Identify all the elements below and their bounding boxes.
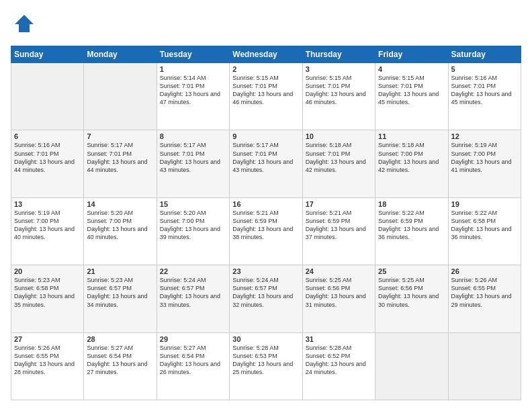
day-number: 19 bbox=[451, 200, 518, 208]
day-number: 12 bbox=[451, 132, 518, 140]
day-number: 10 bbox=[306, 132, 372, 140]
calendar-cell: 2Sunrise: 5:15 AM Sunset: 7:01 PM Daylig… bbox=[230, 63, 302, 130]
day-info: Sunrise: 5:27 AM Sunset: 6:54 PM Dayligh… bbox=[87, 344, 153, 377]
day-info: Sunrise: 5:24 AM Sunset: 6:57 PM Dayligh… bbox=[232, 276, 299, 309]
calendar-cell: 13Sunrise: 5:19 AM Sunset: 7:00 PM Dayli… bbox=[11, 197, 84, 265]
day-number: 13 bbox=[14, 200, 81, 208]
day-number: 30 bbox=[232, 335, 299, 343]
calendar-cell: 30Sunrise: 5:28 AM Sunset: 6:53 PM Dayli… bbox=[230, 332, 302, 400]
day-info: Sunrise: 5:23 AM Sunset: 6:58 PM Dayligh… bbox=[14, 276, 81, 309]
day-info: Sunrise: 5:24 AM Sunset: 6:57 PM Dayligh… bbox=[160, 276, 226, 309]
calendar-cell: 17Sunrise: 5:21 AM Sunset: 6:59 PM Dayli… bbox=[302, 197, 375, 265]
day-info: Sunrise: 5:27 AM Sunset: 6:54 PM Dayligh… bbox=[160, 344, 226, 377]
calendar-week-row: 20Sunrise: 5:23 AM Sunset: 6:58 PM Dayli… bbox=[11, 265, 521, 332]
day-number: 18 bbox=[378, 200, 445, 208]
day-info: Sunrise: 5:20 AM Sunset: 7:00 PM Dayligh… bbox=[160, 209, 226, 242]
day-info: Sunrise: 5:21 AM Sunset: 6:59 PM Dayligh… bbox=[306, 209, 372, 242]
day-number: 9 bbox=[232, 132, 299, 140]
day-number: 7 bbox=[87, 132, 153, 140]
day-info: Sunrise: 5:26 AM Sunset: 6:55 PM Dayligh… bbox=[14, 344, 81, 377]
calendar-cell: 10Sunrise: 5:18 AM Sunset: 7:01 PM Dayli… bbox=[302, 130, 375, 197]
calendar-cell: 1Sunrise: 5:14 AM Sunset: 7:01 PM Daylig… bbox=[157, 63, 229, 130]
day-number: 17 bbox=[306, 200, 372, 208]
calendar-cell: 4Sunrise: 5:15 AM Sunset: 7:01 PM Daylig… bbox=[375, 63, 448, 130]
day-info: Sunrise: 5:22 AM Sunset: 6:59 PM Dayligh… bbox=[378, 209, 445, 242]
weekday-header: Wednesday bbox=[230, 46, 302, 63]
day-info: Sunrise: 5:15 AM Sunset: 7:01 PM Dayligh… bbox=[232, 74, 299, 107]
calendar-cell bbox=[375, 332, 448, 400]
calendar-cell: 11Sunrise: 5:18 AM Sunset: 7:00 PM Dayli… bbox=[375, 130, 448, 197]
day-info: Sunrise: 5:15 AM Sunset: 7:01 PM Dayligh… bbox=[378, 74, 445, 107]
day-number: 22 bbox=[160, 267, 226, 275]
weekday-header: Thursday bbox=[302, 46, 375, 63]
day-info: Sunrise: 5:28 AM Sunset: 6:53 PM Dayligh… bbox=[232, 344, 299, 377]
calendar-week-row: 1Sunrise: 5:14 AM Sunset: 7:01 PM Daylig… bbox=[11, 63, 521, 130]
calendar-cell: 9Sunrise: 5:17 AM Sunset: 7:01 PM Daylig… bbox=[230, 130, 302, 197]
calendar-cell bbox=[84, 63, 157, 130]
calendar-cell: 3Sunrise: 5:15 AM Sunset: 7:01 PM Daylig… bbox=[302, 63, 375, 130]
calendar-cell: 18Sunrise: 5:22 AM Sunset: 6:59 PM Dayli… bbox=[375, 197, 448, 265]
day-number: 20 bbox=[14, 267, 81, 275]
day-number: 4 bbox=[378, 65, 445, 73]
day-number: 25 bbox=[378, 267, 445, 275]
day-number: 29 bbox=[160, 335, 226, 343]
calendar-cell: 29Sunrise: 5:27 AM Sunset: 6:54 PM Dayli… bbox=[157, 332, 229, 400]
day-info: Sunrise: 5:16 AM Sunset: 7:01 PM Dayligh… bbox=[14, 141, 81, 174]
calendar-cell: 12Sunrise: 5:19 AM Sunset: 7:00 PM Dayli… bbox=[448, 130, 521, 197]
calendar-cell: 20Sunrise: 5:23 AM Sunset: 6:58 PM Dayli… bbox=[11, 265, 84, 332]
logo bbox=[11, 11, 36, 39]
day-number: 5 bbox=[451, 65, 518, 73]
day-info: Sunrise: 5:17 AM Sunset: 7:01 PM Dayligh… bbox=[87, 141, 153, 174]
day-number: 11 bbox=[378, 132, 445, 140]
calendar-cell: 16Sunrise: 5:21 AM Sunset: 6:59 PM Dayli… bbox=[230, 197, 302, 265]
calendar-cell: 25Sunrise: 5:25 AM Sunset: 6:56 PM Dayli… bbox=[375, 265, 448, 332]
day-info: Sunrise: 5:17 AM Sunset: 7:01 PM Dayligh… bbox=[160, 141, 226, 174]
day-info: Sunrise: 5:26 AM Sunset: 6:55 PM Dayligh… bbox=[451, 276, 518, 309]
day-number: 27 bbox=[14, 335, 81, 343]
header bbox=[11, 11, 521, 39]
calendar-week-row: 13Sunrise: 5:19 AM Sunset: 7:00 PM Dayli… bbox=[11, 197, 521, 265]
calendar-cell: 6Sunrise: 5:16 AM Sunset: 7:01 PM Daylig… bbox=[11, 130, 84, 197]
day-number: 26 bbox=[451, 267, 518, 275]
calendar-cell: 19Sunrise: 5:22 AM Sunset: 6:58 PM Dayli… bbox=[448, 197, 521, 265]
calendar-cell: 21Sunrise: 5:23 AM Sunset: 6:57 PM Dayli… bbox=[84, 265, 157, 332]
day-info: Sunrise: 5:16 AM Sunset: 7:01 PM Dayligh… bbox=[451, 74, 518, 107]
day-info: Sunrise: 5:18 AM Sunset: 7:01 PM Dayligh… bbox=[306, 141, 372, 174]
day-info: Sunrise: 5:21 AM Sunset: 6:59 PM Dayligh… bbox=[232, 209, 299, 242]
day-info: Sunrise: 5:14 AM Sunset: 7:01 PM Dayligh… bbox=[160, 74, 226, 107]
day-info: Sunrise: 5:17 AM Sunset: 7:01 PM Dayligh… bbox=[232, 141, 299, 174]
calendar-cell: 5Sunrise: 5:16 AM Sunset: 7:01 PM Daylig… bbox=[448, 63, 521, 130]
day-number: 31 bbox=[306, 335, 372, 343]
weekday-header: Tuesday bbox=[157, 46, 229, 63]
day-info: Sunrise: 5:22 AM Sunset: 6:58 PM Dayligh… bbox=[451, 209, 518, 242]
calendar-cell: 28Sunrise: 5:27 AM Sunset: 6:54 PM Dayli… bbox=[84, 332, 157, 400]
logo-graphic bbox=[11, 11, 36, 39]
calendar-cell: 23Sunrise: 5:24 AM Sunset: 6:57 PM Dayli… bbox=[230, 265, 302, 332]
day-number: 14 bbox=[87, 200, 153, 208]
calendar-cell: 22Sunrise: 5:24 AM Sunset: 6:57 PM Dayli… bbox=[157, 265, 229, 332]
day-info: Sunrise: 5:20 AM Sunset: 7:00 PM Dayligh… bbox=[87, 209, 153, 242]
calendar-header-row: SundayMondayTuesdayWednesdayThursdayFrid… bbox=[11, 46, 521, 63]
calendar-cell bbox=[448, 332, 521, 400]
day-number: 24 bbox=[306, 267, 372, 275]
day-info: Sunrise: 5:28 AM Sunset: 6:52 PM Dayligh… bbox=[306, 344, 372, 377]
day-info: Sunrise: 5:18 AM Sunset: 7:00 PM Dayligh… bbox=[378, 141, 445, 174]
weekday-header: Friday bbox=[375, 46, 448, 63]
calendar-cell: 31Sunrise: 5:28 AM Sunset: 6:52 PM Dayli… bbox=[302, 332, 375, 400]
day-number: 28 bbox=[87, 335, 153, 343]
calendar-cell: 14Sunrise: 5:20 AM Sunset: 7:00 PM Dayli… bbox=[84, 197, 157, 265]
day-number: 3 bbox=[306, 65, 372, 73]
calendar-cell: 24Sunrise: 5:25 AM Sunset: 6:56 PM Dayli… bbox=[302, 265, 375, 332]
day-info: Sunrise: 5:25 AM Sunset: 6:56 PM Dayligh… bbox=[378, 276, 445, 309]
day-info: Sunrise: 5:19 AM Sunset: 7:00 PM Dayligh… bbox=[14, 209, 81, 242]
day-number: 8 bbox=[160, 132, 226, 140]
day-number: 6 bbox=[14, 132, 81, 140]
weekday-header: Sunday bbox=[11, 46, 84, 63]
day-number: 16 bbox=[232, 200, 299, 208]
day-info: Sunrise: 5:15 AM Sunset: 7:01 PM Dayligh… bbox=[306, 74, 372, 107]
day-number: 2 bbox=[232, 65, 299, 73]
calendar-table: SundayMondayTuesdayWednesdayThursdayFrid… bbox=[11, 46, 521, 400]
calendar-cell: 15Sunrise: 5:20 AM Sunset: 7:00 PM Dayli… bbox=[157, 197, 229, 265]
calendar-cell: 7Sunrise: 5:17 AM Sunset: 7:01 PM Daylig… bbox=[84, 130, 157, 197]
day-number: 23 bbox=[232, 267, 299, 275]
